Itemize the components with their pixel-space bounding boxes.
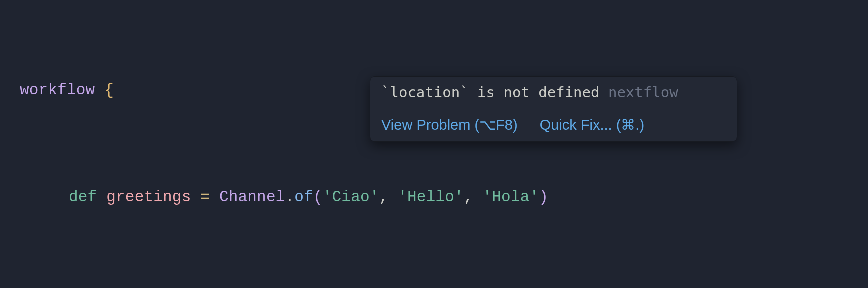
- diagnostic-actions: View Problem (⌥F8) Quick Fix... (⌘.): [370, 109, 737, 141]
- quick-fix-shortcut: (⌘.): [616, 117, 644, 133]
- diagnostic-text: `location` is not defined: [382, 84, 608, 101]
- string-literal: 'Ciao': [323, 188, 380, 206]
- type-channel: Channel: [220, 188, 286, 206]
- diagnostic-hover: `location` is not defined nextflow View …: [370, 76, 738, 142]
- brace-open: {: [104, 81, 114, 99]
- method-of: of: [294, 188, 314, 206]
- diagnostic-message: `location` is not defined nextflow: [370, 77, 737, 109]
- indent-guide: [43, 185, 44, 212]
- code-line[interactable]: def greetings = Channel.of('Ciao', 'Hell…: [20, 184, 868, 211]
- view-problem-link[interactable]: View Problem (⌥F8): [382, 116, 518, 133]
- diagnostic-source: nextflow: [608, 84, 678, 101]
- view-problem-shortcut: (⌥F8): [474, 117, 518, 133]
- op-equals: =: [200, 188, 210, 206]
- keyword-def: def: [69, 188, 97, 206]
- quick-fix-link[interactable]: Quick Fix... (⌘.): [540, 116, 644, 133]
- string-literal: 'Hola': [482, 188, 539, 206]
- keyword-workflow: workflow: [20, 81, 95, 99]
- code-editor[interactable]: workflow { def greetings = Channel.of('C…: [0, 0, 868, 288]
- string-literal: 'Hello': [398, 188, 464, 206]
- var-greetings: greetings: [106, 188, 191, 206]
